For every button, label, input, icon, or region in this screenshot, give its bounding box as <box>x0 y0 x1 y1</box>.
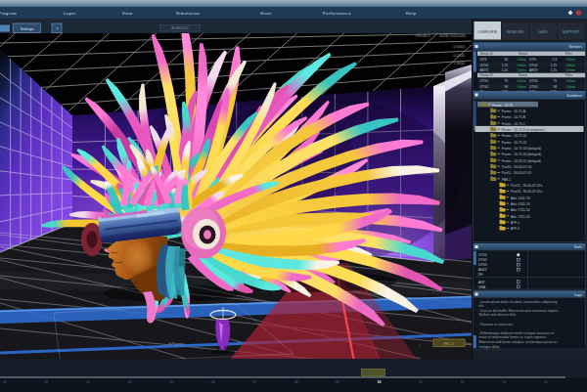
svg-text:07: 07 <box>252 380 256 384</box>
svg-text:04: 04 <box>128 380 132 384</box>
svg-text:Online: Online <box>518 64 526 67</box>
svg-text:UTG:: UTG: <box>529 58 537 62</box>
svg-text:Nullam sed ultricies felis.: Nullam sed ultricies felis. <box>479 313 518 317</box>
svg-text:-Pellentesque habitant morbi t: -Pellentesque habitant morbi tristique s… <box>479 331 555 335</box>
svg-text:Group 01: Group 01 <box>480 52 494 56</box>
svg-text:AG42:: AG42: <box>478 268 487 272</box>
svg-text:ANT3:: ANT3: <box>529 68 538 72</box>
svg-text:0.98410: 0.98410 <box>453 69 465 73</box>
svg-text:-1.33020: -1.33020 <box>452 62 465 65</box>
svg-text:01: 01 <box>3 380 7 384</box>
svg-text:1.25: 1.25 <box>551 64 557 67</box>
svg-text:Database: Database <box>566 94 582 98</box>
svg-text:75: 75 <box>504 79 508 83</box>
svg-text:OVERVIEW: OVERVIEW <box>477 30 497 34</box>
svg-text:13: 13 <box>502 380 506 384</box>
svg-text:Part11 - 90-00-07-01:: Part11 - 90-00-07-01: <box>502 171 532 175</box>
svg-text:Performance: Performance <box>323 11 351 16</box>
svg-text:UTG1:: UTG1: <box>480 64 490 67</box>
svg-text:GRID: GRID <box>539 30 549 34</box>
svg-text:Ads: 0141-50: Ads: 0141-50 <box>511 202 530 206</box>
svg-text:netus et malesuada fames ac tu: netus et malesuada fames ac turpis egest… <box>479 335 547 339</box>
svg-text:PAR-1: PAR-1 <box>502 178 512 182</box>
svg-text:Frame - 10-75-C: Frame - 10-75-C <box>502 122 526 126</box>
svg-text:Part10 - 90-00-07-01:: Part10 - 90-00-07-01: <box>502 165 533 169</box>
svg-text:98: 98 <box>553 85 557 89</box>
svg-text:Files: Files <box>565 73 572 77</box>
svg-text:Files: Files <box>565 52 572 56</box>
svg-text:Frame - 10-75-03 (delayed): Frame - 10-75-03 (delayed) <box>502 147 541 151</box>
svg-text:5.3: 5.3 <box>553 58 558 62</box>
svg-text:-Lorem ipsum dolor sit amet, c: -Lorem ipsum dolor sit amet, consectetur… <box>479 300 558 304</box>
svg-text:SUPPORT: SUPPORT <box>563 30 579 34</box>
svg-text:UTG2:: UTG2: <box>478 258 488 262</box>
svg-text:ATF-1: ATF-1 <box>511 221 519 225</box>
svg-text:Simulation: Simulation <box>176 11 200 16</box>
svg-text:Layer: Layer <box>64 11 76 16</box>
svg-text:Online: Online <box>518 68 526 72</box>
svg-text:14: 14 <box>544 380 548 384</box>
svg-text:Maecenas sed lorem volutpat, s: Maecenas sed lorem volutpat, scelerisque… <box>479 340 559 344</box>
svg-text:-Cras ac dui mollit. Maecenas: -Cras ac dui mollit. Maecenas quis venen… <box>479 309 560 313</box>
svg-text:3DVW (1920/1080): 3DVW (1920/1080) <box>439 34 466 38</box>
svg-text:ATF-2: ATF-2 <box>511 227 519 231</box>
svg-text:PROJECT: PROJECT <box>416 34 430 38</box>
svg-text:Tools: Tools <box>573 245 582 249</box>
svg-text:08: 08 <box>294 380 298 384</box>
svg-text:Online: Online <box>566 85 575 89</box>
svg-text:Online: Online <box>518 58 526 62</box>
svg-text:UTG1:: UTG1: <box>480 79 490 83</box>
svg-text:UTG1:: UTG1: <box>478 253 488 257</box>
svg-text:UTG:: UTG: <box>480 58 488 62</box>
svg-text:Frame - 10-75-02: Frame - 10-75-02 <box>502 141 527 145</box>
svg-text:Frame - 10-75-D (in progress): Frame - 10-75-D (in progress) <box>502 128 545 132</box>
svg-text:SENSORS: SENSORS <box>507 30 524 34</box>
svg-text:Ads: 0141-70: Ads: 0141-70 <box>511 196 530 200</box>
svg-text:1.25: 1.25 <box>551 68 557 72</box>
svg-text:Frame - 10-75-A: Frame - 10-75-A <box>502 109 526 113</box>
svg-text:Status: Status <box>519 73 527 77</box>
svg-text:Part13 - 90-00-07-07a: Part13 - 90-00-07-07a <box>511 190 543 194</box>
svg-text:Help: Help <box>406 11 417 16</box>
svg-text:Online: Online <box>566 58 575 62</box>
svg-text:In Progress: In Progress <box>168 342 185 346</box>
svg-text:Logs: Logs <box>574 293 582 297</box>
svg-text:1.25: 1.25 <box>502 64 508 67</box>
svg-text:UTG2:: UTG2: <box>529 85 539 89</box>
svg-text:Online: Online <box>566 68 575 72</box>
svg-text:10: 10 <box>378 380 382 384</box>
svg-text:ANT3:: ANT3: <box>480 68 489 72</box>
svg-text:12: 12 <box>461 380 465 384</box>
svg-text:75: 75 <box>553 79 557 83</box>
svg-text:elit.: elit. <box>479 304 484 308</box>
svg-text:11: 11 <box>419 380 423 384</box>
svg-text:30: 30 <box>504 58 508 62</box>
svg-text:Online: Online <box>566 64 575 67</box>
svg-text:Frame - 10-75-04 (delayed): Frame - 10-75-04 (delayed) <box>502 152 541 156</box>
svg-text:-Vivamus at varius dui.: -Vivamus at varius dui. <box>479 323 514 327</box>
svg-text:Online: Online <box>566 79 575 83</box>
svg-text:Ads: 7251-50: Ads: 7251-50 <box>511 215 530 219</box>
svg-text:03: 03 <box>86 380 90 384</box>
svg-text:Frame - 10-75-01: Frame - 10-75-01 <box>502 134 527 138</box>
svg-text:1.25: 1.25 <box>502 68 508 72</box>
svg-text:Frame - 10-75-B: Frame - 10-75-B <box>502 115 526 119</box>
svg-text:Frame - 10-92-01 (delayed): Frame - 10-92-01 (delayed) <box>502 159 541 163</box>
svg-text:UTG2:: UTG2: <box>480 85 490 89</box>
svg-text:DF:: DF: <box>478 273 483 277</box>
svg-text:tristique dolor.: tristique dolor. <box>479 345 501 349</box>
svg-text:+: + <box>419 343 421 347</box>
svg-text:Sensors: Sensors <box>568 45 582 49</box>
svg-text:Frame - 10-75: Frame - 10-75 <box>492 104 513 108</box>
svg-text:ANT:: ANT: <box>478 281 485 284</box>
svg-text:06: 06 <box>211 380 215 384</box>
svg-text:Online: Online <box>518 79 526 83</box>
svg-text:05: 05 <box>169 380 173 384</box>
svg-text:View: View <box>122 11 133 16</box>
svg-text:UTG1:: UTG1: <box>529 64 539 67</box>
svg-text:98: 98 <box>504 85 508 89</box>
svg-text:UTG3:: UTG3: <box>478 263 488 267</box>
svg-text:Online: Online <box>518 85 526 89</box>
svg-text:09: 09 <box>336 380 339 384</box>
svg-text:02: 02 <box>45 380 49 384</box>
